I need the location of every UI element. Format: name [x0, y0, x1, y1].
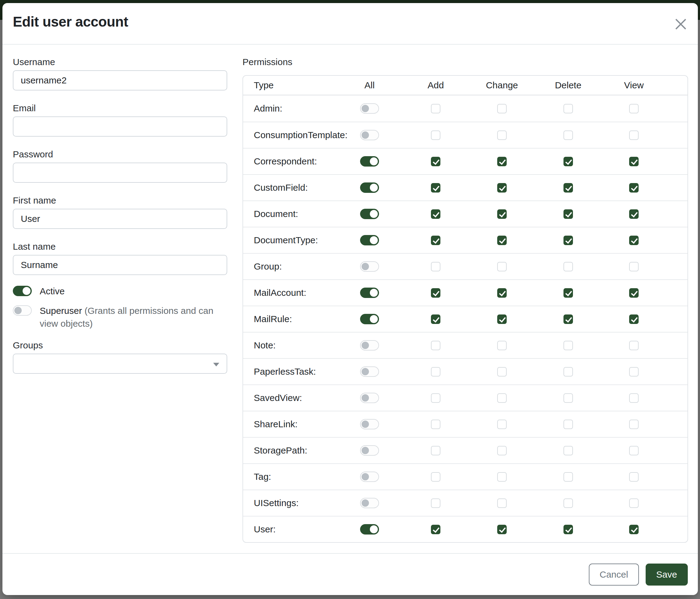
storagepath-delete-checkbox[interactable] [564, 446, 573, 455]
admin-change-checkbox[interactable] [497, 104, 507, 113]
correspondent-all-toggle[interactable] [360, 156, 379, 167]
note-view-checkbox[interactable] [629, 341, 639, 350]
uisettings-delete-checkbox[interactable] [564, 499, 573, 508]
document-delete-checkbox[interactable] [564, 209, 573, 219]
sharelink-add-checkbox[interactable] [431, 420, 441, 429]
consumptiontemplate-delete-checkbox[interactable] [564, 130, 573, 140]
documenttype-all-toggle[interactable] [360, 235, 379, 245]
close-button[interactable] [673, 17, 688, 32]
customfield-change-checkbox[interactable] [497, 183, 507, 193]
correspondent-delete-checkbox[interactable] [564, 157, 573, 166]
document-add-checkbox[interactable] [431, 209, 441, 219]
group-view-checkbox[interactable] [629, 262, 639, 271]
paperlesstask-view-checkbox[interactable] [629, 367, 639, 377]
mailaccount-delete-checkbox[interactable] [564, 288, 573, 298]
correspondent-add-checkbox[interactable] [431, 157, 441, 166]
superuser-toggle[interactable] [13, 305, 32, 316]
group-change-checkbox[interactable] [497, 262, 507, 271]
paperlesstask-add-checkbox[interactable] [431, 367, 441, 377]
storagepath-change-checkbox[interactable] [497, 446, 507, 455]
user-add-checkbox[interactable] [431, 525, 441, 534]
documenttype-view-checkbox[interactable] [629, 236, 639, 245]
uisettings-add-checkbox[interactable] [431, 499, 441, 508]
consumptiontemplate-add-checkbox[interactable] [431, 130, 441, 140]
document-change-checkbox[interactable] [497, 209, 507, 219]
first-name-input[interactable] [13, 209, 227, 229]
paperlesstask-change-checkbox[interactable] [497, 367, 507, 377]
password-input[interactable] [13, 163, 227, 183]
savedview-add-checkbox[interactable] [431, 393, 441, 403]
storagepath-all-toggle[interactable] [360, 445, 379, 456]
uisettings-change-checkbox[interactable] [497, 499, 507, 508]
mailrule-delete-checkbox[interactable] [564, 314, 573, 324]
note-delete-checkbox[interactable] [564, 341, 573, 350]
admin-view-checkbox[interactable] [629, 104, 639, 113]
column-header-delete: Delete [555, 80, 581, 91]
mailaccount-view-checkbox[interactable] [629, 288, 639, 298]
mailaccount-add-checkbox[interactable] [431, 288, 441, 298]
savedview-view-checkbox[interactable] [629, 393, 639, 403]
group-all-toggle[interactable] [360, 261, 379, 272]
savedview-change-checkbox[interactable] [497, 393, 507, 403]
tag-delete-checkbox[interactable] [564, 472, 573, 482]
tag-all-toggle[interactable] [360, 472, 379, 482]
user-all-toggle[interactable] [360, 524, 379, 534]
mailaccount-all-toggle[interactable] [360, 288, 379, 298]
documenttype-delete-checkbox[interactable] [564, 236, 573, 245]
user-view-checkbox[interactable] [629, 525, 639, 534]
sharelink-delete-checkbox[interactable] [564, 420, 573, 429]
tag-change-checkbox[interactable] [497, 472, 507, 482]
documenttype-change-checkbox[interactable] [497, 236, 507, 245]
document-all-toggle[interactable] [360, 209, 379, 219]
storagepath-type-label: StoragePath: [243, 445, 307, 456]
sharelink-change-checkbox[interactable] [497, 420, 507, 429]
group-delete-checkbox[interactable] [564, 262, 573, 271]
cancel-button[interactable]: Cancel [589, 564, 639, 585]
mailrule-change-checkbox[interactable] [497, 314, 507, 324]
customfield-all-toggle[interactable] [360, 183, 379, 193]
document-view-checkbox[interactable] [629, 209, 639, 219]
tag-view-checkbox[interactable] [629, 472, 639, 482]
admin-all-toggle[interactable] [360, 103, 379, 114]
username-input[interactable] [13, 70, 227, 91]
user-delete-checkbox[interactable] [564, 525, 573, 534]
active-toggle[interactable] [13, 286, 32, 296]
uisettings-all-toggle[interactable] [360, 498, 379, 508]
storagepath-add-checkbox[interactable] [431, 446, 441, 455]
uisettings-view-checkbox[interactable] [629, 499, 639, 508]
customfield-delete-checkbox[interactable] [564, 183, 573, 193]
customfield-add-checkbox[interactable] [431, 183, 441, 193]
last-name-input[interactable] [13, 255, 227, 275]
savedview-all-toggle[interactable] [360, 393, 379, 403]
note-add-checkbox[interactable] [431, 341, 441, 350]
mailrule-add-checkbox[interactable] [431, 314, 441, 324]
consumptiontemplate-all-toggle[interactable] [360, 130, 379, 140]
documenttype-type-label: DocumentType: [243, 235, 318, 245]
group-add-checkbox[interactable] [431, 262, 441, 271]
mailrule-view-checkbox[interactable] [629, 314, 639, 324]
email-input[interactable] [13, 116, 227, 137]
documenttype-add-checkbox[interactable] [431, 236, 441, 245]
groups-select[interactable] [13, 354, 227, 374]
consumptiontemplate-change-checkbox[interactable] [497, 130, 507, 140]
note-change-checkbox[interactable] [497, 341, 507, 350]
customfield-view-checkbox[interactable] [629, 183, 639, 193]
correspondent-view-checkbox[interactable] [629, 157, 639, 166]
paperlesstask-delete-checkbox[interactable] [564, 367, 573, 377]
tag-add-checkbox[interactable] [431, 472, 441, 482]
consumptiontemplate-view-checkbox[interactable] [629, 130, 639, 140]
user-change-checkbox[interactable] [497, 525, 507, 534]
storagepath-view-checkbox[interactable] [629, 446, 639, 455]
mailrule-all-toggle[interactable] [360, 314, 379, 324]
sharelink-view-checkbox[interactable] [629, 420, 639, 429]
note-all-toggle[interactable] [360, 340, 379, 351]
paperlesstask-all-toggle[interactable] [360, 366, 379, 377]
admin-add-checkbox[interactable] [431, 104, 441, 113]
permission-row-storagepath: StoragePath: [243, 437, 688, 463]
sharelink-all-toggle[interactable] [360, 419, 379, 429]
savedview-delete-checkbox[interactable] [564, 393, 573, 403]
correspondent-change-checkbox[interactable] [497, 157, 507, 166]
admin-delete-checkbox[interactable] [564, 104, 573, 113]
mailaccount-change-checkbox[interactable] [497, 288, 507, 298]
save-button[interactable]: Save [646, 564, 688, 585]
